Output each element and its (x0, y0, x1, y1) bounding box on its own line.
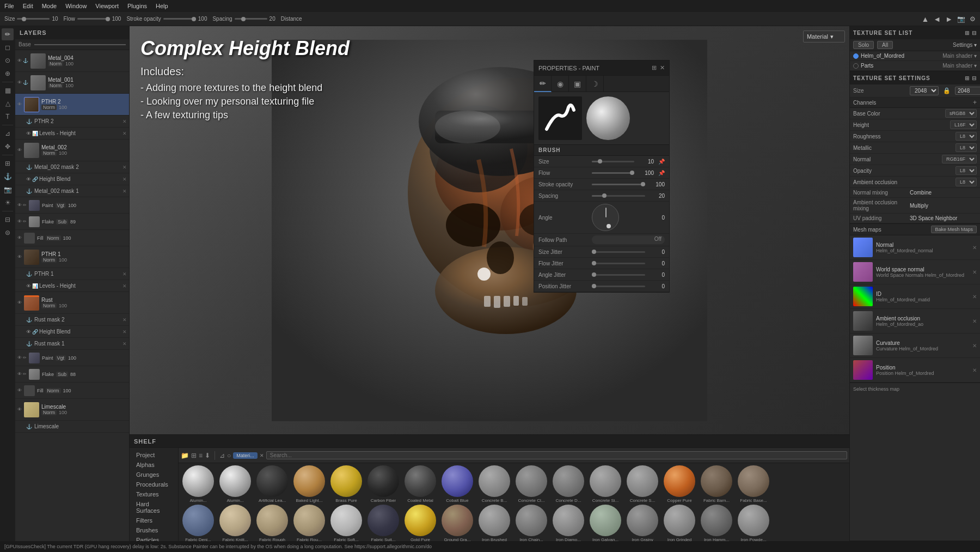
mesh-map-worldnormal-close[interactable]: ✕ (972, 269, 977, 275)
shelf-item-filters[interactable]: Filters (130, 515, 178, 525)
eye-icon-rust[interactable]: 👁 (17, 300, 22, 305)
sub-metal002-mask2[interactable]: ⚓ Metal_002 mask 2 ✕ (15, 161, 129, 173)
close-icon-pthr2-1[interactable]: ✕ (122, 119, 127, 124)
mesh-map-id-close[interactable]: ✕ (972, 294, 977, 300)
prop-flow-slider[interactable] (592, 169, 634, 177)
spacing-slider[interactable] (235, 18, 267, 20)
minimize-icon-settings[interactable]: ⊟ (972, 75, 977, 81)
layer-metal002[interactable]: 👁 Metal_002 Norm 100 (15, 139, 129, 161)
prop-tab-brush[interactable]: ✏ (534, 76, 552, 92)
close-icon-rust-mask1[interactable]: ✕ (122, 341, 127, 347)
material-dropdown[interactable]: Material ▾ (803, 31, 845, 43)
prop-tab-square[interactable]: ▣ (569, 76, 586, 92)
tool-bake[interactable]: ⊞ (2, 157, 14, 169)
material-item-row2-15[interactable]: Iron Powde... (736, 505, 771, 541)
material-item-row1-10[interactable]: Concrete D... (551, 465, 586, 504)
mesh-map-curvature-close[interactable]: ✕ (972, 343, 977, 349)
close-icon-rust-hb[interactable]: ✕ (122, 329, 127, 335)
eye-icon-pthr1[interactable]: 👁 (17, 254, 22, 259)
toolbar-settings-icon[interactable]: ⚙ (970, 15, 976, 23)
close-icon-mask2[interactable]: ✕ (122, 165, 127, 170)
layer-metal004[interactable]: 👁 ⚓ Metal_004 Norm 100 (15, 50, 129, 72)
channel-basecolor-select[interactable]: sRGB8 (945, 109, 977, 118)
close-icon-heightblend[interactable]: ✕ (122, 177, 127, 182)
select-thickness-label[interactable]: Select thickness map (853, 386, 899, 392)
shelf-import-icon[interactable]: ⬇ (205, 452, 210, 459)
eye-icon-metal001[interactable]: 👁 (17, 80, 22, 85)
material-item-row2-2[interactable]: Fabric Rough (255, 505, 290, 541)
shelf-search-circle-icon[interactable]: ○ (227, 452, 231, 459)
prop-size-jitter-slider[interactable] (592, 248, 645, 256)
material-item-row2-7[interactable]: Ground Gra... (440, 505, 475, 541)
tool-move[interactable]: ✥ (2, 141, 14, 153)
toolbar-camera-icon[interactable]: 📷 (957, 15, 965, 23)
sub-pthr1-levels[interactable]: 👁 📊 Levels - Height ✕ (15, 280, 129, 292)
tex-size-select[interactable]: 2048 (910, 86, 939, 95)
sub-pthr2-1[interactable]: ⚓ PTHR 2 ✕ (15, 116, 129, 128)
eye-icon-metal002[interactable]: 👁 (17, 148, 22, 153)
sub-metal002-mask1[interactable]: ⚓ Metal_002 mask 1 ✕ (15, 185, 129, 197)
material-item-row2-14[interactable]: Iron Hamm... (699, 505, 734, 541)
tex-shader-helm[interactable]: Main shader ▾ (942, 53, 977, 59)
tool-fill[interactable]: ▦ (2, 84, 14, 96)
sub-rust-mask1[interactable]: ⚓ Rust mask 1 ✕ (15, 338, 129, 350)
shelf-filter-remove[interactable]: ✕ (260, 453, 264, 458)
bake-mesh-maps-button[interactable]: Bake Mesh Maps (931, 226, 977, 233)
channel-height-select[interactable]: L16F (950, 120, 977, 129)
shelf-list-icon[interactable]: ≡ (199, 452, 203, 459)
material-item-row1-15[interactable]: Fabric Base... (736, 465, 771, 504)
toolbar-icon-1[interactable]: ▲ (921, 15, 929, 23)
layer-limescale[interactable]: 👁 Limescale Norm 100 (15, 399, 129, 421)
eye-icon-flake1[interactable]: 👁 (17, 219, 22, 224)
viewport[interactable]: Complex Height Blend Includes: - Adding … (130, 26, 849, 434)
shelf-item-brushes[interactable]: Brushes (130, 525, 178, 535)
mesh-map-ao-close[interactable]: ✕ (972, 318, 977, 324)
sub-pthr1-1[interactable]: ⚓ PTHR 1 ✕ (15, 268, 129, 280)
material-item-row2-5[interactable]: Fabric Suit... (366, 505, 401, 541)
eye-icon-metal004[interactable]: 👁 (17, 58, 22, 63)
material-item-row2-3[interactable]: Fabric Rou... (292, 505, 327, 541)
follow-path-toggle[interactable]: Off (592, 235, 665, 244)
flow-slider[interactable] (77, 18, 110, 20)
prop-flow-pin[interactable]: 📌 (658, 170, 665, 176)
material-item-row1-3[interactable]: Baked Light... (292, 465, 327, 504)
close-icon-pthr1-levels[interactable]: ✕ (122, 283, 127, 289)
toolbar-icon-3[interactable]: ► (945, 15, 953, 23)
tool-camera[interactable]: 📷 (2, 184, 14, 196)
shelf-item-textures[interactable]: Textures (130, 489, 178, 499)
close-icon-pthr2-levels[interactable]: ✕ (122, 131, 127, 136)
eye-icon-heightblend[interactable]: 👁 (26, 177, 31, 182)
tool-geometry[interactable]: △ (2, 98, 14, 110)
material-item-row2-1[interactable]: Fabric Knitt... (218, 505, 253, 541)
tool-uv[interactable]: ⊟ (2, 214, 14, 226)
settings-dropdown[interactable]: Settings ▾ (953, 42, 977, 48)
sub-rust-heightblend[interactable]: 👁 🔗 Height Blend ✕ (15, 326, 129, 338)
material-item-row1-11[interactable]: Concrete Si... (588, 465, 623, 504)
layer-pthr2[interactable]: 👁 PTHR 2 Norm 100 (15, 94, 129, 116)
sub-metal002-heightblend[interactable]: 👁 🔗 Height Blend ✕ (15, 173, 129, 185)
menu-mode[interactable]: Mode (42, 3, 57, 9)
tool-smudge[interactable]: ⊙ (2, 54, 14, 66)
material-item-row1-6[interactable]: Coated Metal (403, 465, 438, 504)
shelf-item-alphas[interactable]: Alphas (130, 460, 178, 470)
shelf-folder-icon[interactable]: 📁 (181, 452, 189, 459)
material-item-row2-4[interactable]: Fabric Soft... (329, 505, 364, 541)
channel-metallic-select[interactable]: L8 (955, 143, 977, 152)
shelf-item-grunges[interactable]: Grunges (130, 470, 178, 480)
menu-window[interactable]: Window (65, 3, 87, 9)
tool-text[interactable]: T (2, 111, 14, 123)
material-item-row2-9[interactable]: Iron Chain... (514, 505, 549, 541)
material-item-row1-1[interactable]: Alumin... (218, 465, 253, 504)
properties-expand-icon[interactable]: ⊞ (652, 64, 657, 71)
layer-flake1[interactable]: 👁 ✏ Flake Sub 89 (15, 214, 129, 230)
solo-button[interactable]: Solo (853, 41, 874, 49)
tex-item-helm[interactable]: Helm_of_Mordred Main shader ▾ (850, 51, 980, 61)
layer-fill2[interactable]: 👁 Fill Norm 100 (15, 383, 129, 399)
material-item-row2-10[interactable]: Iron Diamo... (551, 505, 586, 541)
menu-help[interactable]: Help (156, 3, 168, 9)
shelf-filter-tag[interactable]: Materi... (233, 452, 258, 459)
material-item-row1-4[interactable]: Brass Pure (329, 465, 364, 504)
close-icon-pthr1[interactable]: ✕ (122, 271, 127, 277)
eye-icon-paint2[interactable]: 👁 (17, 355, 22, 360)
material-item-row2-0[interactable]: Fabric Deni... (181, 505, 216, 541)
